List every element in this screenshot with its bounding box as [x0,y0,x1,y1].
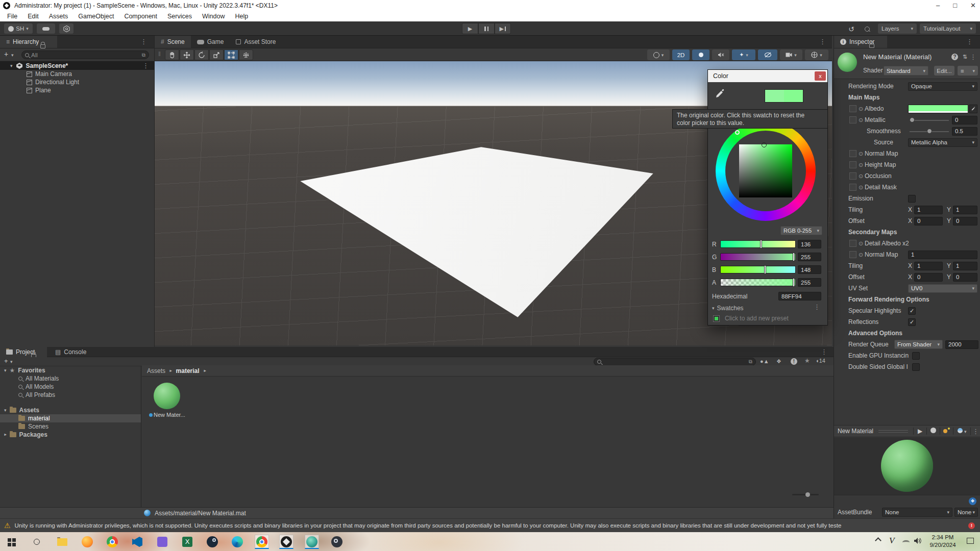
favorite-all-prefabs[interactable]: All Prefabs [0,391,141,399]
menu-services[interactable]: Services [162,13,197,20]
secondary-offset-x-field[interactable]: 0 [914,273,943,282]
task-chrome-active[interactable] [255,535,269,549]
preset-swatch-icon[interactable] [713,315,720,322]
task-steam[interactable] [205,535,219,549]
search-by-type-icon[interactable]: ●▲ [760,358,769,364]
close-icon[interactable]: x [815,71,826,81]
preview-menu-icon[interactable]: ⋮ [970,428,980,435]
thumbnail-size-slider[interactable] [792,494,819,495]
secondary-normal-value[interactable]: 1 [908,251,977,259]
packages-row[interactable]: ▾Packages [0,431,141,439]
close-button[interactable]: ✕ [970,2,976,9]
sv-selector[interactable] [762,142,767,147]
object-picker-icon[interactable]: ⊙ [859,252,863,258]
scene-menu-icon[interactable]: ⋮ [142,62,149,69]
color-swatch-compare[interactable] [765,89,803,103]
shader-dropdown[interactable]: Standard▾ [884,66,928,76]
emission-checkbox[interactable] [908,195,916,203]
original-color-swatch[interactable] [784,90,803,102]
menu-help[interactable]: Help [230,13,253,20]
volume-icon[interactable] [914,537,922,544]
project-search-input[interactable]: ⧉ [594,358,756,366]
channel-a-value[interactable]: 255 [798,278,821,287]
detail-albedo-texture-slot[interactable] [849,240,856,247]
wifi-icon[interactable] [902,540,910,544]
menu-gameobject[interactable]: GameObject [73,13,119,20]
tray-chevron-icon[interactable] [875,537,881,544]
help-icon[interactable]: ? [951,54,958,60]
move-tool-button[interactable] [180,49,194,60]
swatches-header[interactable]: ▾ Swatches [712,305,744,312]
metallic-texture-slot[interactable] [849,116,856,123]
source-dropdown[interactable]: Metallic Alpha▾ [908,138,977,147]
color-mode-dropdown[interactable]: RGB 0-255▾ [780,226,822,235]
cloud-button[interactable] [37,23,55,34]
task-app-purple[interactable] [155,535,169,549]
gpu-instancing-checkbox[interactable] [912,352,920,360]
undo-history-icon[interactable]: ↺ [848,25,854,33]
menu-window[interactable]: Window [197,13,230,20]
smoothness-value[interactable]: 0.5 [952,127,977,136]
shader-edit-button[interactable]: Edit... [934,66,954,76]
shader-list-dropdown[interactable]: ≡▾ [958,66,978,76]
preview-header[interactable]: New Material ▶ ▾ ⋮ [834,425,980,437]
eye-count[interactable]: ◖14 [816,358,825,364]
add-object-button[interactable]: + [4,50,8,58]
object-picker-icon[interactable]: ⊙ [859,106,863,112]
rect-tool-button[interactable] [224,49,238,60]
task-obs[interactable] [330,535,344,549]
clock[interactable]: 2:34 PM 9/20/2024 [925,534,961,549]
object-picker-icon[interactable]: ⊙ [859,173,863,180]
secondary-tiling-y-field[interactable]: 1 [953,262,977,270]
menu-file[interactable]: File [2,13,22,20]
favorites-star-icon[interactable]: ★ [804,357,810,364]
preview-light-icon[interactable] [940,428,953,435]
albedo-eyedropper-button[interactable] [969,105,977,113]
maximize-button[interactable]: □ [953,2,957,9]
scene-menu-icon[interactable]: ⋮ [819,38,826,45]
task-vscode[interactable] [130,535,144,549]
scene-row[interactable]: ▾ SampleScene* ⋮ [0,61,154,70]
effects-dropdown[interactable]: ✦▾ [732,49,755,60]
hex-input[interactable]: 88FF94 [778,292,821,300]
preview-env-dropdown[interactable]: ▾ [953,428,970,435]
drag-handle-icon[interactable]: ‖ [158,51,161,58]
secondary-normal-texture-slot[interactable] [849,251,856,258]
layers-dropdown[interactable]: Layers▾ [878,23,917,34]
hierarchy-item-directional-light[interactable]: Directional Light [0,78,154,86]
task-excel[interactable]: X [180,535,194,549]
material-folder-row[interactable]: material [0,414,141,422]
account-dropdown[interactable]: SH▾ [4,23,33,34]
task-edge[interactable] [230,535,244,549]
task-file-explorer[interactable] [55,535,69,549]
search-by-label-icon[interactable]: ❖ [776,358,781,365]
tiling-x-field[interactable]: 1 [914,206,943,214]
add-asset-button[interactable]: + [4,357,8,365]
secondary-tiling-x-field[interactable]: 1 [914,262,943,270]
rendering-mode-dropdown[interactable]: Opaque▾ [908,82,977,91]
render-queue-dropdown[interactable]: From Shader▾ [894,340,943,349]
tab-console[interactable]: ▤ Console [49,347,96,357]
material-menu-icon[interactable]: ⋮ [970,53,976,61]
object-picker-icon[interactable]: ⊙ [859,117,863,123]
preview-shape-icon[interactable] [926,428,940,435]
tab-inspector[interactable]: i Inspector [834,36,887,48]
hidden-packages-icon[interactable]: ! [791,358,797,365]
picker-icon[interactable]: ⧉ [142,52,145,58]
lighting-toggle[interactable] [692,49,709,60]
height-map-texture-slot[interactable] [849,161,856,168]
minimize-button[interactable]: – [936,2,940,9]
audio-toggle[interactable] [712,49,729,60]
add-object-caret-icon[interactable]: ▾ [11,53,14,58]
task-firefox[interactable] [80,535,94,549]
project-menu-icon[interactable]: ⋮ [821,348,827,356]
collab-button[interactable] [59,23,74,34]
tab-project[interactable]: Project [0,347,47,357]
task-unity-active[interactable] [279,535,293,549]
layout-dropdown[interactable]: TutorialLayout▾ [920,23,976,34]
saturation-value-square[interactable] [739,144,792,197]
notification-icon[interactable] [967,538,974,544]
add-asset-caret-icon[interactable]: ▾ [10,359,13,364]
channel-g-slider[interactable] [720,253,796,261]
tab-scene[interactable]: # Scene [155,36,191,48]
